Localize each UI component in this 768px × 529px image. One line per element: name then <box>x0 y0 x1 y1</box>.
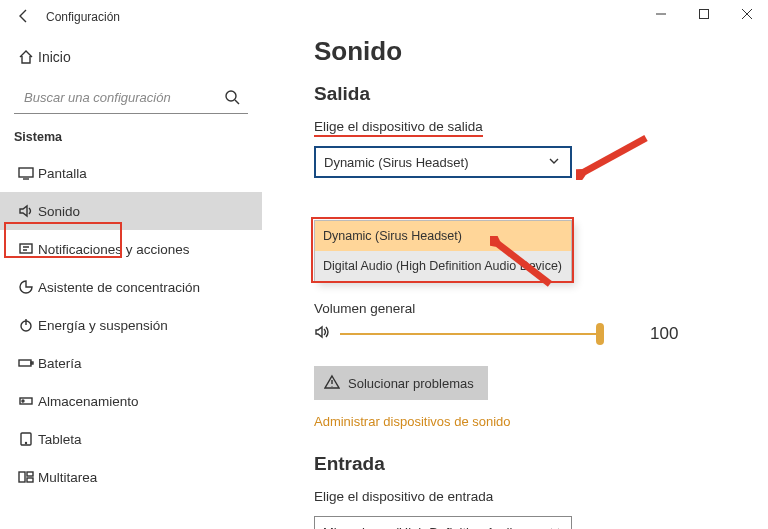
dropdown-option[interactable]: Dynamic (Sirus Headset) <box>315 221 571 251</box>
output-device-label: Elige el dispositivo de salida <box>314 119 483 134</box>
tablet-icon <box>14 431 38 447</box>
home-label: Inicio <box>38 49 71 65</box>
annotation-underline <box>314 135 483 138</box>
nav-item-storage[interactable]: Almacenamiento <box>0 382 262 420</box>
nav-item-label: Tableta <box>38 432 82 447</box>
maximize-button[interactable] <box>682 0 725 28</box>
svg-rect-0 <box>699 10 708 19</box>
window-title: Configuración <box>46 10 120 24</box>
page-title: Sonido <box>314 36 748 67</box>
nav-list: Pantalla Sonido Notificaciones y accione… <box>0 154 262 496</box>
sidebar: Inicio Sistema Pantalla Sonido Notificac… <box>0 34 262 529</box>
svg-rect-6 <box>31 362 33 364</box>
battery-icon <box>14 355 38 371</box>
dropdown-value: Dynamic (Sirus Headset) <box>324 155 469 170</box>
nav-item-label: Sonido <box>38 204 80 219</box>
display-icon <box>14 165 38 181</box>
content-pane: Sonido Salida Elige el dispositivo de sa… <box>262 34 768 529</box>
slider-thumb[interactable] <box>596 323 604 345</box>
volume-slider[interactable] <box>340 333 600 335</box>
multitask-icon <box>14 469 38 485</box>
search-input[interactable] <box>14 82 248 114</box>
group-heading: Sistema <box>0 130 262 154</box>
nav-item-label: Multitarea <box>38 470 97 485</box>
svg-rect-5 <box>19 360 31 366</box>
svg-rect-12 <box>27 472 33 476</box>
manage-devices-link[interactable]: Administrar dispositivos de sonido <box>314 414 748 429</box>
volume-label: Volumen general <box>314 301 748 316</box>
close-button[interactable] <box>725 0 768 28</box>
nav-item-label: Almacenamiento <box>38 394 139 409</box>
nav-item-label: Energía y suspensión <box>38 318 168 333</box>
warning-icon <box>324 374 340 393</box>
storage-icon <box>14 393 38 409</box>
dropdown-value: Microphone (High Definition Audio… <box>323 525 533 530</box>
nav-item-focus[interactable]: Asistente de concentración <box>0 268 262 306</box>
svg-rect-2 <box>19 168 33 177</box>
output-device-dropdown[interactable]: Dynamic (Sirus Headset) <box>314 146 572 178</box>
chevron-down-icon <box>547 523 563 530</box>
input-device-dropdown[interactable]: Microphone (High Definition Audio… <box>314 516 572 529</box>
minimize-button[interactable] <box>639 0 682 28</box>
svg-rect-11 <box>19 472 25 482</box>
dropdown-option[interactable]: Digital Audio (High Definition Audio Dev… <box>315 251 571 281</box>
nav-item-label: Asistente de concentración <box>38 280 200 295</box>
troubleshoot-button[interactable]: Solucionar problemas <box>314 366 488 400</box>
nav-item-display[interactable]: Pantalla <box>0 154 262 192</box>
output-heading: Salida <box>314 83 748 105</box>
nav-item-power[interactable]: Energía y suspensión <box>0 306 262 344</box>
annotation-box <box>4 222 122 258</box>
output-device-list: Dynamic (Sirus Headset) Digital Audio (H… <box>314 220 572 282</box>
input-device-label: Elige el dispositivo de entrada <box>314 489 493 504</box>
volume-value: 100 <box>650 324 678 344</box>
speaker-icon <box>314 324 330 344</box>
svg-rect-13 <box>27 478 33 482</box>
nav-item-label: Batería <box>38 356 82 371</box>
nav-item-label: Pantalla <box>38 166 87 181</box>
input-heading: Entrada <box>314 453 748 475</box>
nav-item-battery[interactable]: Batería <box>0 344 262 382</box>
nav-item-tablet[interactable]: Tableta <box>0 420 262 458</box>
back-button[interactable] <box>10 8 38 27</box>
nav-item-multitask[interactable]: Multitarea <box>0 458 262 496</box>
svg-point-1 <box>226 91 236 101</box>
chevron-down-icon <box>546 153 562 172</box>
home-icon <box>14 49 38 65</box>
svg-point-8 <box>22 400 24 402</box>
focus-icon <box>14 279 38 295</box>
svg-point-10 <box>26 443 27 444</box>
search-icon <box>224 89 240 109</box>
power-icon <box>14 317 38 333</box>
sound-icon <box>14 203 38 219</box>
home-button[interactable]: Inicio <box>0 40 262 74</box>
